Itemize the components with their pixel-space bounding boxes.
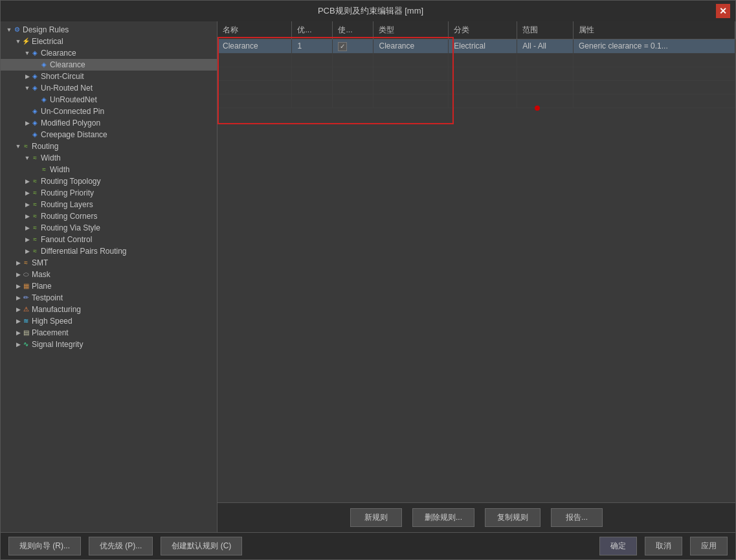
sidebar-item-signal-integrity[interactable]: ▶ ∿ Signal Integrity [1,339,217,350]
icon-clearance-item: ◈ [39,60,49,69]
icon-routing-topology: ≈ [30,177,39,186]
arrow-short-circuit: ▶ [24,73,30,80]
label-electrical: Electrical [32,37,63,46]
label-smt: SMT [32,258,48,267]
apply-button[interactable]: 应用 [690,537,728,555]
arrow-width-item [33,166,39,173]
sidebar-item-electrical[interactable]: ▼ ⚡ Electrical [1,36,217,47]
label-un-connected-pin: Un-Connected Pin [41,107,104,116]
sidebar-item-smt[interactable]: ▶ ≈ SMT [1,257,217,269]
icon-clearance-group: ◈ [30,49,39,58]
window-title: PCB规则及约束编辑器 [mm] [25,5,716,17]
label-width-item: Width [50,165,70,174]
copy-rule-button[interactable]: 复制规则 [485,508,541,527]
sidebar-item-routing-corners[interactable]: ▶ ≈ Routing Corners [1,210,217,222]
sidebar-item-high-speed[interactable]: ▶ ≋ High Speed [1,315,217,327]
sidebar-item-routing[interactable]: ▼ ≈ Routing [1,140,217,152]
arrow-modified-polygon: ▶ [24,120,30,126]
right-panel: 名称 优... 使... 类型 分类 范围 属性 Clearan [217,21,735,532]
icon-unrouted-item: ◈ [39,95,49,104]
icon-routing-corners: ≈ [30,212,39,221]
priority-button[interactable]: 优先级 (P)... [89,537,153,555]
sidebar-item-design-rules[interactable]: ▼ ⚙ Design Rules [1,24,217,36]
cell-enabled: ✓ [333,39,374,54]
icon-electrical: ⚡ [21,37,30,46]
icon-mask: ⬭ [21,270,30,279]
sidebar-item-placement[interactable]: ▶ ▤ Placement [1,327,217,339]
sidebar-item-un-routed-net[interactable]: ▼ ◈ Un-Routed Net [1,82,217,94]
arrow-un-connected-pin [24,108,30,115]
icon-design-rules: ⚙ [12,25,21,34]
red-dot-indicator [535,106,540,111]
delete-rule-button[interactable]: 删除规则... [412,508,474,527]
arrow-routing-via-style: ▶ [24,225,30,231]
ok-button[interactable]: 确定 [599,537,637,555]
arrow-creepage-distance [24,131,30,138]
icon-routing: ≈ [21,142,30,151]
arrow-testpoint: ▶ [15,295,21,301]
sidebar-item-testpoint[interactable]: ▶ ✏ Testpoint [1,292,217,304]
sidebar-item-width-item[interactable]: ≈ Width [1,164,217,175]
arrow-smt: ▶ [15,260,21,266]
sidebar-item-unrouted-net-item[interactable]: ◈ UnRoutedNet [1,94,217,106]
table-row[interactable]: Clearance 1 ✓ Clearance Electrical All -… [217,39,735,54]
label-routing-corners: Routing Corners [41,212,97,221]
arrow-design-rules: ▼ [6,27,12,33]
rules-table: 名称 优... 使... 类型 分类 范围 属性 Clearan [217,21,735,108]
table-wrapper: 名称 优... 使... 类型 分类 范围 属性 Clearan [217,21,735,108]
sidebar-item-modified-polygon[interactable]: ▶ ◈ Modified Polygon [1,117,217,129]
sidebar-item-creepage-distance[interactable]: ◈ Creepage Distance [1,129,217,140]
report-button[interactable]: 报告... [551,508,603,527]
cancel-button[interactable]: 取消 [645,537,682,555]
sidebar-item-manufacturing[interactable]: ▶ ⚠ Manufacturing [1,304,217,315]
label-plane: Plane [32,282,52,291]
icon-short-circuit: ◈ [30,72,39,81]
wizard-button[interactable]: 规则向导 (R)... [8,537,81,555]
sidebar-item-clearance-group[interactable]: ▼ ◈ Clearance [1,47,217,59]
arrow-manufacturing: ▶ [15,306,21,313]
col-category: 分类 [449,21,517,39]
arrow-routing: ▼ [15,143,21,150]
label-modified-polygon: Modified Polygon [41,118,100,128]
enabled-checkbox[interactable]: ✓ [338,42,347,51]
sidebar-item-mask[interactable]: ▶ ⬭ Mask [1,269,217,280]
icon-diff-pairs: ≈ [30,247,39,256]
close-button[interactable]: ✕ [716,4,730,18]
arrow-placement: ▶ [15,330,21,336]
arrow-routing-layers: ▶ [24,201,30,208]
sidebar-item-diff-pairs[interactable]: ▶ ≈ Differential Pairs Routing [1,245,217,257]
sidebar-item-plane[interactable]: ▶ ▦ Plane [1,280,217,292]
label-routing: Routing [32,142,58,151]
sidebar-item-routing-via-style[interactable]: ▶ ≈ Routing Via Style [1,222,217,234]
sidebar-item-un-connected-pin[interactable]: ◈ Un-Connected Pin [1,106,217,117]
sidebar-item-short-circuit[interactable]: ▶ ◈ Short-Circuit [1,71,217,82]
label-diff-pairs: Differential Pairs Routing [41,247,127,256]
sidebar-item-routing-topology[interactable]: ▶ ≈ Routing Topology [1,175,217,187]
cell-category: Electrical [449,39,517,54]
table-row-empty3 [217,80,735,94]
sidebar-item-clearance[interactable]: ◈ Clearance [1,59,217,71]
titlebar: PCB规则及约束编辑器 [mm] ✕ [1,1,735,21]
sidebar-item-routing-layers[interactable]: ▶ ≈ Routing Layers [1,199,217,210]
icon-un-connected-pin: ◈ [30,107,39,116]
col-range: 范围 [517,21,574,39]
cell-name: Clearance [217,39,292,54]
label-routing-priority: Routing Priority [41,188,94,197]
arrow-routing-priority: ▶ [24,190,30,196]
table-row-empty4 [217,94,735,107]
icon-routing-priority: ≈ [30,188,39,197]
label-short-circuit: Short-Circuit [41,72,84,81]
new-rule-button[interactable]: 新规则 [350,508,402,527]
sidebar-item-fanout-control[interactable]: ▶ ≈ Fanout Control [1,234,217,245]
cell-attribute: Generic clearance = 0.1... [574,39,735,54]
label-clearance-item: Clearance [50,60,85,69]
arrow-fanout-control: ▶ [24,236,30,243]
arrow-high-speed: ▶ [15,318,21,324]
sidebar-item-routing-priority[interactable]: ▶ ≈ Routing Priority [1,187,217,199]
create-default-button[interactable]: 创建默认规则 (C) [161,537,242,555]
col-attribute: 属性 [574,21,735,39]
sidebar-item-width-group[interactable]: ▼ ≈ Width [1,152,217,164]
label-creepage-distance: Creepage Distance [41,130,107,139]
label-routing-layers: Routing Layers [41,200,93,209]
label-design-rules: Design Rules [23,25,69,34]
